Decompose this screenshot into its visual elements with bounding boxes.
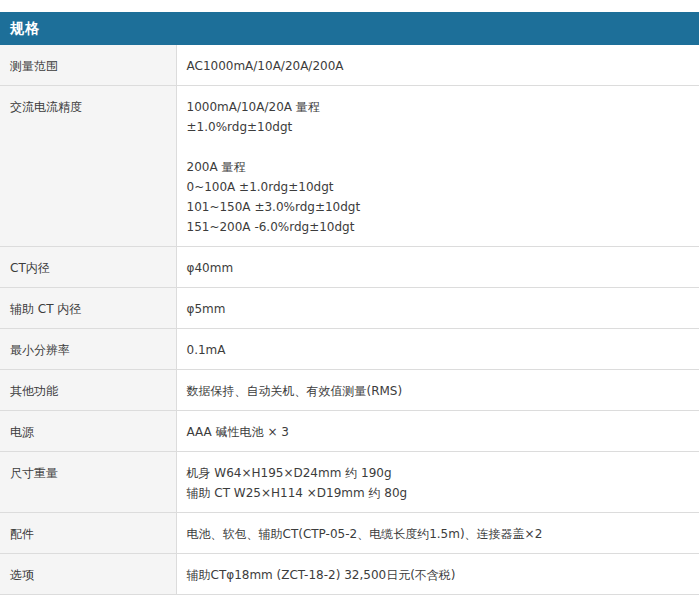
spec-value-line: 数据保持、自动关机、有效值测量(RMS) [187, 381, 690, 401]
spec-value-line [187, 137, 690, 157]
spec-value: 机身 W64×H195×D24mm 约 190g辅助 CT W25×H114 ×… [176, 452, 699, 513]
spec-value-line: AAA 碱性电池 × 3 [187, 422, 690, 442]
spec-row: 测量范围AC1000mA/10A/20A/200A [0, 45, 699, 86]
spec-row: 尺寸重量机身 W64×H195×D24mm 约 190g辅助 CT W25×H1… [0, 452, 699, 513]
spec-label: 选项 [0, 554, 176, 595]
spec-value: 辅助CTφ18mm (ZCT-18-2) 32,500日元(不含税) [176, 554, 699, 595]
spec-row: 电源AAA 碱性电池 × 3 [0, 411, 699, 452]
section-header-title: 规格 [0, 12, 699, 45]
spec-value-line: 0~100A ±1.0rdg±10dgt [187, 177, 690, 197]
spec-label: 配件 [0, 513, 176, 554]
spec-value-line: ±1.0%rdg±10dgt [187, 117, 690, 137]
spec-label: 辅助 CT 内径 [0, 288, 176, 329]
spec-value: 0.1mA [176, 329, 699, 370]
spec-row: 配件电池、软包、辅助CT(CTP-05-2、电缆长度约1.5m)、连接器盖×2 [0, 513, 699, 554]
spec-value-line: φ40mm [187, 258, 690, 278]
spec-label: 其他功能 [0, 370, 176, 411]
spec-label: 最小分辨率 [0, 329, 176, 370]
spec-table: 测量范围AC1000mA/10A/20A/200A交流电流精度1000mA/10… [0, 45, 699, 595]
spec-value-line: 辅助CTφ18mm (ZCT-18-2) 32,500日元(不含税) [187, 565, 690, 585]
spec-value-line: 200A 量程 [187, 157, 690, 177]
spec-page: 规格 测量范围AC1000mA/10A/20A/200A交流电流精度1000mA… [0, 0, 699, 600]
spec-row: 辅助 CT 内径φ5mm [0, 288, 699, 329]
spec-label: 测量范围 [0, 45, 176, 86]
spec-label: CT内径 [0, 247, 176, 288]
spec-row: CT内径φ40mm [0, 247, 699, 288]
spec-value: 数据保持、自动关机、有效值测量(RMS) [176, 370, 699, 411]
spec-value: 电池、软包、辅助CT(CTP-05-2、电缆长度约1.5m)、连接器盖×2 [176, 513, 699, 554]
spec-row: 选项辅助CTφ18mm (ZCT-18-2) 32,500日元(不含税) [0, 554, 699, 595]
spec-value-line: 1000mA/10A/20A 量程 [187, 97, 690, 117]
spec-value-line: 机身 W64×H195×D24mm 约 190g [187, 463, 690, 483]
spec-value-line: 151~200A -6.0%rdg±10dgt [187, 217, 690, 237]
spec-value: φ40mm [176, 247, 699, 288]
spec-label: 电源 [0, 411, 176, 452]
spec-value-line: 电池、软包、辅助CT(CTP-05-2、电缆长度约1.5m)、连接器盖×2 [187, 524, 690, 544]
spec-value: 1000mA/10A/20A 量程±1.0%rdg±10dgt200A 量程0~… [176, 86, 699, 247]
spec-value-line: 0.1mA [187, 340, 690, 360]
spec-value: AC1000mA/10A/20A/200A [176, 45, 699, 86]
spec-row: 交流电流精度1000mA/10A/20A 量程±1.0%rdg±10dgt200… [0, 86, 699, 247]
spec-table-body: 测量范围AC1000mA/10A/20A/200A交流电流精度1000mA/10… [0, 45, 699, 595]
spec-value-line: 辅助 CT W25×H114 ×D19mm 约 80g [187, 483, 690, 503]
spec-value-line: AC1000mA/10A/20A/200A [187, 56, 690, 76]
spec-label: 尺寸重量 [0, 452, 176, 513]
spec-value-line: 101~150A ±3.0%rdg±10dgt [187, 197, 690, 217]
spec-value-line: φ5mm [187, 299, 690, 319]
spec-row: 其他功能数据保持、自动关机、有效值测量(RMS) [0, 370, 699, 411]
spec-value: AAA 碱性电池 × 3 [176, 411, 699, 452]
spec-label: 交流电流精度 [0, 86, 176, 247]
spec-row: 最小分辨率0.1mA [0, 329, 699, 370]
spec-value: φ5mm [176, 288, 699, 329]
